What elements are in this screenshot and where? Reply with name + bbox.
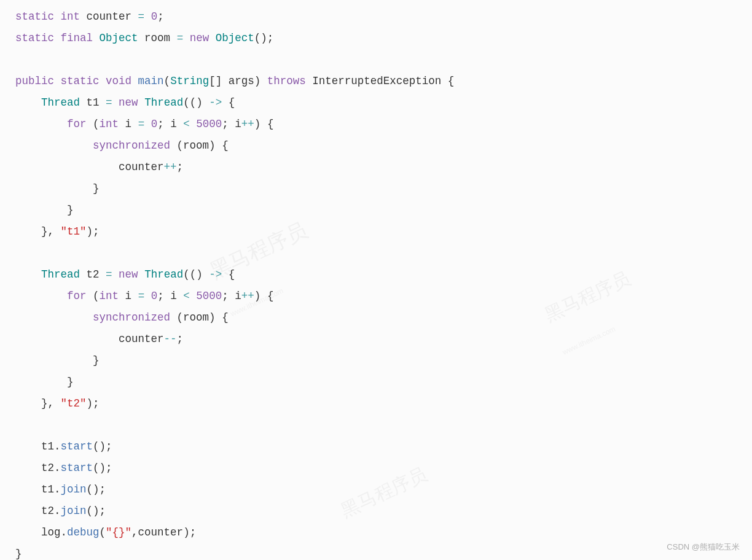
attribution-watermark: CSDN @熊猫吃玉米 bbox=[667, 539, 740, 555]
code-line: synchronized (room) { bbox=[15, 311, 229, 324]
code-line: t2.join(); bbox=[15, 505, 106, 517]
code-line: counter--; bbox=[15, 333, 183, 345]
code-line: } bbox=[15, 354, 100, 367]
code-line: } bbox=[15, 548, 22, 560]
code-line: static final Object room = new Object(); bbox=[15, 32, 273, 44]
code-line: Thread t1 = new Thread(() -> { bbox=[15, 96, 235, 109]
code-line: t2.start(); bbox=[15, 462, 112, 474]
code-line: }, "t1"); bbox=[15, 225, 100, 238]
code-line: } bbox=[15, 204, 74, 216]
code-line: t1.start(); bbox=[15, 440, 112, 453]
code-line: t1.join(); bbox=[15, 483, 106, 496]
code-line: Thread t2 = new Thread(() -> { bbox=[15, 268, 235, 281]
code-line: counter++; bbox=[15, 161, 183, 173]
code-line: public static void main(String[] args) t… bbox=[15, 75, 454, 87]
code-line: for (int i = 0; i < 5000; i++) { bbox=[15, 290, 273, 302]
code-line: for (int i = 0; i < 5000; i++) { bbox=[15, 118, 273, 130]
code-line: }, "t2"); bbox=[15, 397, 100, 410]
code-line: } bbox=[15, 376, 74, 388]
code-block: static int counter = 0; static final Obj… bbox=[15, 6, 752, 560]
code-line: } bbox=[15, 182, 100, 195]
code-line: log.debug("{}",counter); bbox=[15, 526, 196, 539]
code-line: static int counter = 0; bbox=[15, 10, 164, 23]
code-line: synchronized (room) { bbox=[15, 139, 229, 152]
